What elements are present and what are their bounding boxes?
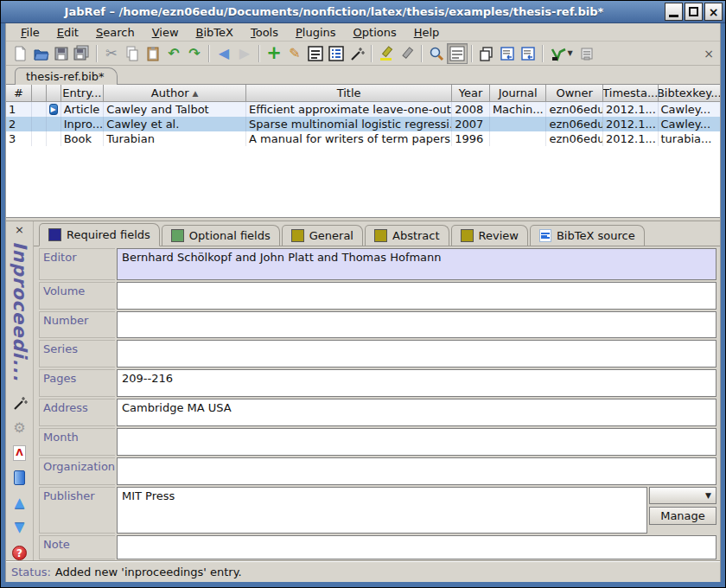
edit-entry-button[interactable]: ✎ (284, 43, 305, 64)
status-label: Status: (11, 566, 51, 578)
tab-abstract[interactable]: Abstract (365, 225, 449, 246)
publisher-preset-dropdown[interactable]: ▼ (649, 487, 716, 504)
next-entry-button[interactable]: ▼ (11, 520, 29, 537)
note-field[interactable] (117, 535, 716, 559)
tab-optional-fields[interactable]: Optional fields (162, 225, 280, 246)
url-icon[interactable]: ▶ (49, 104, 58, 115)
menu-file[interactable]: File (13, 25, 48, 40)
settings-button[interactable]: ⚙ (11, 419, 29, 437)
toolbar-separator (258, 45, 260, 62)
table-row[interactable]: 3 Book Turabian A manual for writers of … (6, 131, 720, 146)
new-database-button[interactable] (10, 43, 30, 64)
window-title: JabRef – /home/ezn06edu/Documents/nonfic… (3, 5, 665, 18)
field-label-note: Note (39, 535, 115, 559)
header-num[interactable]: # (6, 85, 32, 102)
forward-button[interactable]: ▶ (234, 43, 255, 64)
pages-field[interactable]: 209--216 (117, 369, 716, 397)
back-button[interactable]: ◀ (213, 43, 234, 64)
tab-general[interactable]: General (282, 225, 363, 246)
tab-review[interactable]: Review (451, 225, 528, 246)
tab-bibtex-source[interactable]: BibTeX source (530, 225, 645, 246)
sidepane-close-button[interactable]: × (701, 47, 716, 61)
header-journal[interactable]: Journal (490, 85, 547, 102)
menu-edit[interactable]: Edit (49, 25, 86, 40)
import-plain-text-alt-button[interactable] (518, 43, 538, 64)
address-field[interactable]: Cambridge MA USA (117, 399, 716, 426)
unmark-entries-button[interactable] (397, 43, 417, 64)
menu-search[interactable]: Search (88, 25, 143, 40)
search-button[interactable] (426, 43, 447, 64)
editor-field[interactable]: Bernhard Schölkopf and John Platt and Th… (117, 248, 716, 280)
copy-button[interactable] (122, 43, 143, 64)
header-entrytype[interactable]: Entry... (61, 85, 105, 102)
close-button[interactable]: × (704, 3, 723, 21)
save-database-button[interactable] (51, 43, 72, 64)
publisher-field[interactable]: MIT Press (117, 487, 647, 534)
toggle-preview-button[interactable] (305, 43, 326, 64)
web-fetch-button[interactable]: ▼ (547, 43, 576, 64)
new-file-icon (12, 46, 28, 61)
volume-field[interactable] (117, 282, 716, 310)
bibtex-source-icon (539, 229, 551, 242)
header-bibtexkey[interactable]: Bibtexkey... (659, 85, 720, 102)
maximize-icon (689, 7, 698, 16)
table-header-row: # Entry... Author ▲ Title Year Journal O… (6, 85, 720, 102)
open-file-button[interactable] (11, 470, 29, 487)
maximize-button[interactable] (685, 3, 703, 21)
help-button[interactable]: ? (11, 545, 29, 562)
header-timestamp[interactable]: Timesta... (603, 85, 659, 102)
redo-button[interactable]: ↷ (184, 43, 205, 64)
fetcher-icon (551, 46, 566, 61)
search-icon (429, 46, 444, 61)
previous-entry-button[interactable]: ▲ (11, 495, 29, 512)
tab-required-fields[interactable]: Required fields (39, 223, 160, 246)
menu-bar: File Edit Search View BibTeX Tools Plugi… (6, 23, 720, 42)
title-bar: JabRef – /home/ezn06edu/Documents/nonfic… (1, 1, 725, 23)
table-row[interactable]: 1 ▶ Article Cawley and Talbot Efficient … (6, 102, 720, 117)
optional-fields-icon (171, 229, 184, 242)
close-icon: × (704, 47, 714, 61)
database-tab[interactable]: thesis-ref.bib* (15, 67, 118, 85)
minimize-button[interactable] (665, 3, 683, 21)
save-all-button[interactable] (72, 43, 92, 64)
menu-help[interactable]: Help (406, 25, 448, 40)
menu-plugins[interactable]: Plugins (288, 25, 344, 40)
field-label-number: Number (39, 311, 115, 339)
import-text-icon (500, 46, 515, 61)
duplicate-check-button[interactable] (476, 43, 497, 64)
mark-entries-button[interactable] (376, 43, 397, 64)
gear-icon: ⚙ (13, 419, 25, 436)
undo-button[interactable]: ↶ (163, 43, 184, 64)
table-row-selected[interactable]: 2 Inpro... Cawley et al. Sparse multinom… (6, 117, 720, 131)
menu-view[interactable]: View (144, 25, 187, 40)
number-field[interactable] (117, 311, 716, 339)
open-database-button[interactable] (30, 43, 51, 64)
menu-bibtex[interactable]: BibTeX (188, 25, 241, 40)
manage-button[interactable]: Manage (649, 507, 716, 525)
entry-editor-tabs: Required fields Optional fields General … (34, 221, 720, 246)
autogenerate-keys-button[interactable] (347, 43, 367, 64)
import-plain-text-button[interactable] (497, 43, 518, 64)
header-owner[interactable]: Owner (546, 85, 603, 102)
series-field[interactable] (117, 340, 716, 368)
header-icon1[interactable] (32, 85, 47, 102)
header-icon2[interactable] (47, 85, 61, 102)
new-entry-button[interactable]: + (264, 43, 284, 64)
toggle-groups-button[interactable] (326, 43, 347, 64)
open-pdf-button[interactable]: Λ (11, 444, 29, 462)
generate-key-button[interactable] (11, 394, 29, 412)
cut-icon: ✂ (105, 47, 117, 61)
month-field[interactable] (117, 428, 716, 456)
organization-field[interactable] (117, 457, 716, 485)
push-to-application-button[interactable] (576, 43, 597, 64)
header-author[interactable]: Author ▲ (104, 85, 246, 102)
toggle-search-panel-button[interactable] (447, 43, 468, 64)
paste-button[interactable] (143, 43, 163, 64)
cut-button[interactable]: ✂ (101, 43, 122, 64)
menu-tools[interactable]: Tools (243, 25, 286, 40)
header-title[interactable]: Title (246, 85, 452, 102)
abstract-tab-icon (374, 229, 387, 242)
header-year[interactable]: Year (452, 85, 490, 102)
menu-options[interactable]: Options (346, 25, 404, 40)
close-entry-editor-button[interactable]: × (12, 223, 28, 236)
